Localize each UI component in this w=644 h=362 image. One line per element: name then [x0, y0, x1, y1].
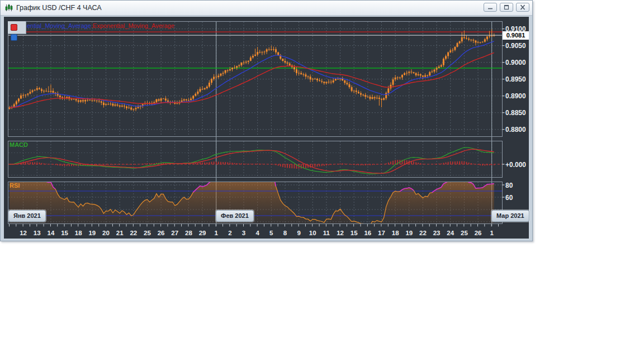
indicator-button-red[interactable]	[11, 24, 17, 31]
current-price-tag: 0.9081	[503, 31, 529, 40]
chart-legend: ential_Moving_Average.Exponential_Moving…	[27, 22, 174, 29]
minimize-button[interactable]	[484, 3, 497, 12]
legend-ema-red: Exponential_Moving_Average	[93, 22, 174, 29]
chart-window-icon	[4, 3, 13, 12]
indicator-button-blue[interactable]	[11, 34, 17, 41]
maximize-button[interactable]	[500, 3, 513, 12]
month-label-feb: Фев 2021	[216, 210, 254, 222]
month-label-mar: Мар 2021	[491, 210, 529, 222]
window-controls	[484, 3, 529, 12]
window-titlebar[interactable]: График USD /CHF 4 ЧАСА	[1, 1, 532, 16]
minimize-icon	[487, 4, 494, 10]
maximize-icon	[503, 4, 510, 10]
close-button[interactable]	[516, 3, 529, 12]
close-icon	[519, 4, 526, 10]
rsi-label: RSI	[10, 182, 20, 189]
chart-client-area[interactable]	[4, 17, 529, 239]
chart-window: График USD /CHF 4 ЧАСА	[0, 0, 533, 241]
desktop-background: График USD /CHF 4 ЧАСА	[0, 0, 644, 362]
legend-ema-blue: ential_Moving_Average	[27, 22, 91, 29]
indicator-buttons-panel	[8, 21, 26, 34]
month-label-jan: Янв 2021	[8, 210, 46, 222]
window-title: График USD /CHF 4 ЧАСА	[16, 1, 102, 15]
macd-label: MACD	[10, 141, 28, 148]
